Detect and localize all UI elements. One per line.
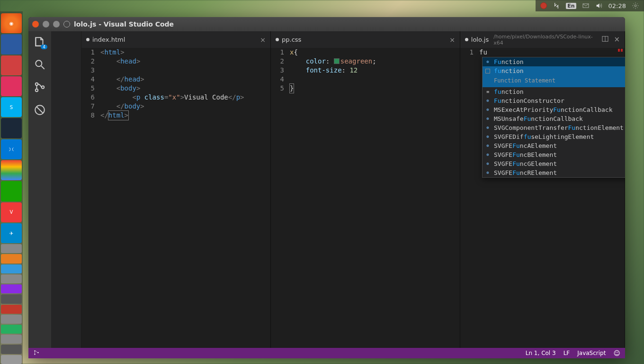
- suggest-item[interactable]: ⊕ SVGFEDiffuseLightingElement: [483, 132, 625, 141]
- launcher-app-2[interactable]: [1, 55, 22, 75]
- suggest-widget[interactable]: ⊕ Function function Function Statement ≡…: [482, 57, 625, 178]
- suggest-item[interactable]: ⊕ SVGFEFuncBElement: [483, 150, 625, 159]
- unity-launcher: ◉ S ⟯⟮ V ✈: [0, 11, 23, 364]
- color-swatch-icon: [334, 58, 340, 64]
- launcher-small-11[interactable]: [1, 345, 22, 354]
- suggest-item[interactable]: ⊕ MSExecAtPriorityFunctionCallback: [483, 105, 625, 114]
- status-position[interactable]: Ln 1, Col 3: [526, 350, 556, 356]
- status-language[interactable]: JavaScript: [577, 350, 606, 356]
- launcher-small-3[interactable]: [1, 264, 22, 273]
- activity-git[interactable]: [33, 81, 46, 94]
- launcher-small-7[interactable]: [1, 305, 22, 314]
- code-area[interactable]: <html> <head> </head> <body> <p class="x…: [100, 48, 270, 348]
- keyword-icon: ≡: [484, 89, 491, 95]
- launcher-skype[interactable]: S: [1, 97, 22, 117]
- launcher-app-1[interactable]: [1, 34, 22, 54]
- suggest-item[interactable]: ⊕ FunctionConstructor: [483, 96, 625, 105]
- split-editor-icon[interactable]: [601, 35, 609, 44]
- window-minimize-button[interactable]: [43, 21, 49, 27]
- volume-icon[interactable]: [595, 2, 603, 9]
- variable-icon: ⊕: [484, 125, 491, 131]
- suggest-detail: Function Statement: [483, 75, 625, 87]
- launcher-small-6[interactable]: [1, 294, 22, 303]
- gutter: 12345678: [81, 48, 100, 348]
- clock[interactable]: 02:28: [608, 2, 626, 9]
- gutter: 1: [460, 48, 479, 348]
- suggest-item[interactable]: ⊕ MSUnsafeFunctionCallback: [483, 114, 625, 123]
- variable-icon: ⊕: [484, 161, 491, 167]
- launcher-vivaldi[interactable]: V: [1, 202, 22, 222]
- launcher-small-5[interactable]: [1, 284, 22, 293]
- variable-icon: ⊕: [484, 116, 491, 122]
- launcher-dash[interactable]: ◉: [1, 13, 22, 33]
- suggest-item[interactable]: ⊕ SVGFEFuncAElement: [483, 141, 625, 150]
- suggest-item[interactable]: ⊕ SVGFEFuncRElement: [483, 168, 625, 177]
- launcher-small-10[interactable]: [1, 335, 22, 344]
- suggest-item[interactable]: ⊕ SVGComponentTransferFunctionElement: [483, 123, 625, 132]
- suggest-item[interactable]: ⊕ Function: [483, 57, 625, 66]
- tab-path: /home/pixel/Downloads/VSCode-linux-x64: [493, 34, 599, 46]
- activity-search[interactable]: [33, 58, 46, 71]
- variable-icon: ⊕: [484, 98, 491, 104]
- code-area[interactable]: fu ⊕ Function function: [479, 48, 625, 348]
- launcher-small-1[interactable]: [1, 244, 22, 253]
- error-overview-icon: [618, 49, 624, 52]
- tab-label: pp.css: [282, 36, 301, 43]
- window-title: lolo.js - Visual Studio Code: [74, 20, 174, 28]
- window-maximize-button[interactable]: [53, 21, 60, 27]
- activity-debug[interactable]: [33, 103, 46, 117]
- tab-pp-css[interactable]: pp.css ×: [271, 31, 460, 48]
- variable-icon: ⊕: [484, 59, 491, 65]
- modified-dot-icon: [465, 38, 468, 41]
- app-icon: [63, 21, 70, 27]
- tab-close-button[interactable]: ×: [614, 35, 620, 44]
- launcher-telegram[interactable]: ✈: [1, 223, 22, 243]
- tab-index-html[interactable]: index.html ×: [81, 31, 270, 48]
- launcher-app-6[interactable]: [1, 181, 22, 201]
- record-icon[interactable]: [540, 2, 547, 9]
- launcher-small-12[interactable]: [1, 355, 22, 364]
- modified-dot-icon: [276, 38, 279, 41]
- snippet-icon: [484, 68, 491, 74]
- editor-1[interactable]: 12345678 <html> <head> </head> <body> <p…: [81, 48, 270, 348]
- network-icon[interactable]: [553, 2, 560, 9]
- tab-close-button[interactable]: ×: [449, 36, 455, 44]
- launcher-small-2[interactable]: [1, 254, 22, 263]
- launcher-app-3[interactable]: [1, 76, 22, 96]
- editor-pane-3: lolo.js /home/pixel/Downloads/VSCode-lin…: [460, 31, 625, 348]
- window-close-button[interactable]: [32, 21, 39, 27]
- launcher-small-4[interactable]: [1, 274, 22, 283]
- suggest-item[interactable]: ⊕ SVGFEFuncGElement: [483, 159, 625, 168]
- vscode-window: lolo.js - Visual Studio Code index.: [28, 17, 625, 358]
- tab-label: index.html: [92, 36, 125, 43]
- editor-3[interactable]: 1 fu ⊕ Function: [460, 48, 625, 348]
- keyboard-lang[interactable]: En: [566, 3, 576, 9]
- code-area[interactable]: x{ color: seagreen; font-size: 12 }: [290, 48, 460, 348]
- launcher-vscode[interactable]: ⟯⟮: [1, 139, 22, 159]
- launcher-small-8[interactable]: [1, 315, 22, 324]
- editor-group: index.html × 12345678 <html> <head> </he…: [81, 31, 625, 348]
- launcher-chrome[interactable]: [1, 160, 22, 180]
- variable-icon: ⊕: [484, 107, 491, 113]
- modified-dot-icon: [86, 38, 89, 41]
- editor-pane-2: pp.css × 12345 x{ color: seagreen; font-…: [271, 31, 460, 348]
- status-eol[interactable]: LF: [564, 350, 570, 356]
- variable-icon: ⊕: [484, 170, 491, 176]
- svg-point-9: [34, 354, 35, 355]
- gear-icon[interactable]: [632, 2, 639, 9]
- suggest-item-selected[interactable]: function: [483, 66, 625, 75]
- launcher-steam[interactable]: [1, 118, 22, 138]
- variable-icon: ⊕: [484, 143, 491, 149]
- window-titlebar[interactable]: lolo.js - Visual Studio Code: [28, 17, 625, 31]
- launcher-small-9[interactable]: [1, 325, 22, 334]
- feedback-icon[interactable]: ☺: [613, 349, 620, 357]
- activity-explorer[interactable]: [33, 35, 46, 48]
- suggest-item[interactable]: ≡ function: [483, 87, 625, 96]
- editor-2[interactable]: 12345 x{ color: seagreen; font-size: 12 …: [271, 48, 460, 348]
- tab-lolo-js[interactable]: lolo.js /home/pixel/Downloads/VSCode-lin…: [460, 31, 625, 48]
- status-git-icon[interactable]: [33, 349, 40, 357]
- sidebar: [51, 31, 81, 348]
- mail-icon[interactable]: [582, 2, 590, 9]
- tab-close-button[interactable]: ×: [260, 36, 266, 44]
- svg-point-3: [36, 83, 38, 85]
